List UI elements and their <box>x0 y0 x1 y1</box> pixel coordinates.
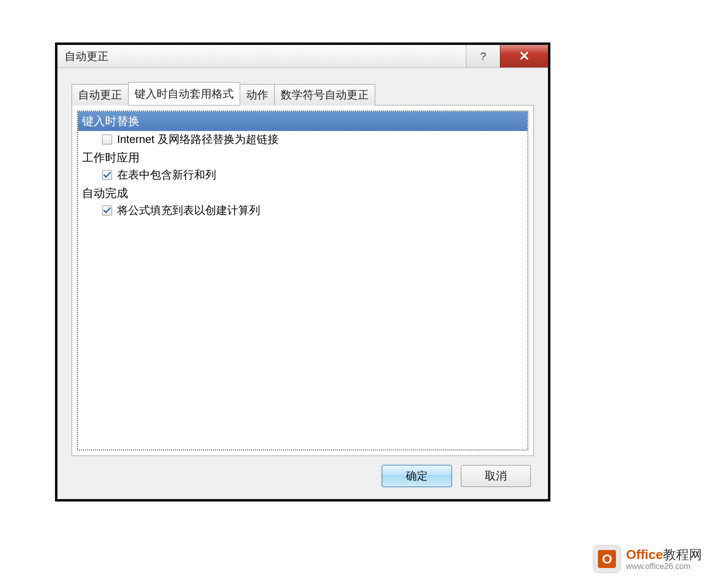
tab-panel-inner: 键入时替换 Internet 及网络路径替换为超链接 工作时应用 在表中包含新行… <box>77 110 528 450</box>
dialog-buttons: 确定 取消 <box>72 456 534 490</box>
cancel-button[interactable]: 取消 <box>461 465 531 487</box>
option-internet-paths[interactable]: Internet 及网络路径替换为超链接 <box>78 131 527 148</box>
close-icon: ✕ <box>519 48 530 64</box>
checkbox-checked-icon <box>102 170 112 180</box>
watermark-brand-en: Office <box>626 547 663 562</box>
tabstrip: 自动更正 键入时自动套用格式 动作 数学符号自动更正 <box>72 82 534 106</box>
group-auto-complete: 自动完成 <box>78 184 527 202</box>
tab-actions[interactable]: 动作 <box>240 84 275 106</box>
ok-button[interactable]: 确定 <box>382 465 452 487</box>
watermark-text: Office教程网 www.office26.com <box>626 548 702 570</box>
tab-panel: 键入时替换 Internet 及网络路径替换为超链接 工作时应用 在表中包含新行… <box>72 105 534 456</box>
dialog-title: 自动更正 <box>58 49 109 64</box>
option-internet-paths-label: Internet 及网络路径替换为超链接 <box>117 132 279 147</box>
watermark-brand-cn: 教程网 <box>663 547 702 562</box>
option-include-new-rows[interactable]: 在表中包含新行和列 <box>78 166 527 184</box>
watermark-badge: O <box>593 545 621 573</box>
group-replace-as-you-type: 键入时替换 <box>78 112 527 131</box>
titlebar: 自动更正 ? ✕ <box>58 45 548 68</box>
checkbox-checked-icon <box>102 206 112 216</box>
help-button[interactable]: ? <box>466 45 500 68</box>
dialog-client-area: 自动更正 键入时自动套用格式 动作 数学符号自动更正 键入时替换 Interne… <box>58 68 548 499</box>
tab-math-autocorrect[interactable]: 数学符号自动更正 <box>274 84 375 106</box>
watermark-brand: Office教程网 <box>626 548 702 562</box>
office-logo-icon: O <box>598 550 616 568</box>
option-fill-formulas-label: 将公式填充到表以创建计算列 <box>117 203 260 218</box>
help-icon: ? <box>480 50 486 63</box>
tab-autoformat-as-type[interactable]: 键入时自动套用格式 <box>128 82 240 105</box>
titlebar-buttons: ? ✕ <box>466 45 548 68</box>
option-include-new-rows-label: 在表中包含新行和列 <box>117 168 216 182</box>
watermark: O Office教程网 www.office26.com <box>593 545 702 573</box>
option-fill-formulas[interactable]: 将公式填充到表以创建计算列 <box>78 202 527 219</box>
group-apply-as-you-work: 工作时应用 <box>78 148 527 166</box>
tab-autocorrect[interactable]: 自动更正 <box>72 84 129 106</box>
watermark-url: www.office26.com <box>626 562 702 571</box>
dialog-frame: 自动更正 ? ✕ 自动更正 键入时自动套用格式 动作 数学符号自动更正 键入时替… <box>57 44 548 500</box>
autocorrect-dialog: 自动更正 ? ✕ 自动更正 键入时自动套用格式 动作 数学符号自动更正 键入时替… <box>55 42 550 502</box>
close-button[interactable]: ✕ <box>500 45 548 68</box>
checkbox-unchecked-icon <box>102 134 112 144</box>
